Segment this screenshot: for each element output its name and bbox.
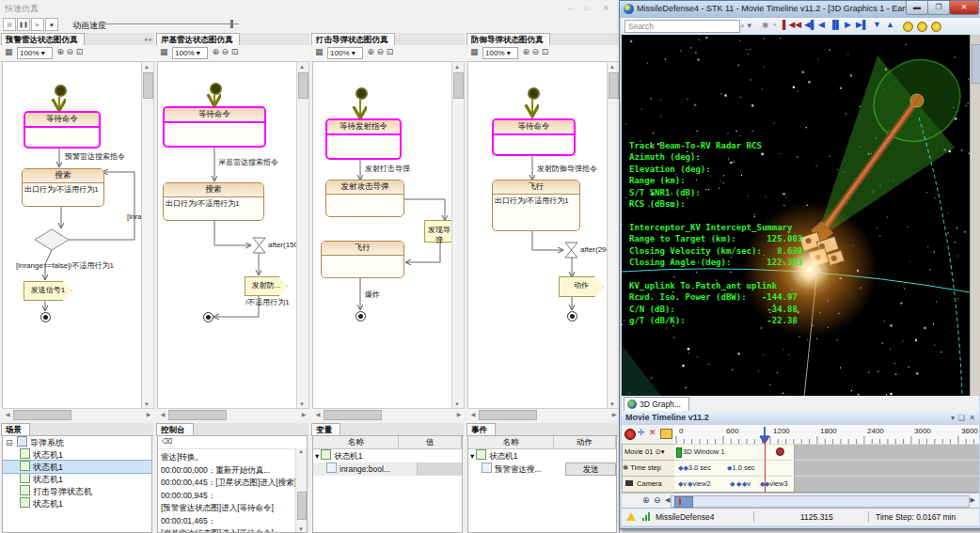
- play-forward-button[interactable]: ▶: [845, 20, 851, 29]
- tab-variables[interactable]: 变量: [311, 423, 340, 436]
- speed-slider-thumb[interactable]: [230, 20, 233, 28]
- timeline-ruler[interactable]: 060012001800240030003600: [674, 425, 979, 445]
- scene-root[interactable]: ⊟ 导弹系统: [3, 436, 151, 448]
- tab-early-warning-radar[interactable]: 预警雷达状态图仿真: [1, 33, 85, 46]
- grid-icon[interactable]: ▦: [160, 47, 168, 56]
- scene-item[interactable]: 状态机1: [3, 461, 151, 473]
- scene-item[interactable]: 打击导弹状态机: [3, 485, 151, 497]
- vertical-scrollbar[interactable]: ▲▼: [141, 61, 154, 410]
- timeline-pin-icon[interactable]: ❏: [958, 414, 965, 422]
- track-marker[interactable]: ◆: [730, 479, 735, 488]
- send-signal-shape[interactable]: 发射防...: [245, 276, 288, 296]
- zoom-out-icon[interactable]: ⊖: [222, 47, 229, 56]
- state-wait-command[interactable]: 等待命令: [492, 118, 576, 156]
- send-event-button[interactable]: 发送: [565, 462, 616, 476]
- timeline-dropdown-icon[interactable]: ▾: [951, 414, 955, 422]
- pause-button[interactable]: ▐▌: [830, 20, 842, 29]
- folder-icon[interactable]: [660, 429, 672, 439]
- scene-item[interactable]: 状态机1: [3, 448, 151, 461]
- resume-button[interactable]: ▶: [31, 18, 44, 31]
- camera-track[interactable]: ◆v◆view2◆◆◆v◆◆view3: [674, 476, 979, 493]
- state-search[interactable]: 搜索 出口行为/不适用行为1: [22, 168, 104, 207]
- zoom-in-icon[interactable]: ⊕: [368, 47, 375, 56]
- scroll-left-arrow[interactable]: ◀: [665, 496, 670, 504]
- maximize-button[interactable]: □: [579, 3, 594, 14]
- send-signal-shape[interactable]: 动作: [559, 276, 604, 297]
- zoom-in-icon[interactable]: ⊕: [213, 47, 220, 56]
- variables-root-row[interactable]: ▾ 状态机1: [313, 449, 462, 462]
- record-button[interactable]: ▦: [3, 18, 16, 31]
- state-flight[interactable]: 飞行 出口行为/不适用行为1: [492, 180, 580, 231]
- time-cursor-line[interactable]: [765, 438, 766, 493]
- timeline-zoom-in-icon[interactable]: ⊕: [642, 495, 650, 505]
- horizontal-scrollbar[interactable]: ◀▶: [467, 408, 620, 420]
- play-backward-button[interactable]: ◀: [818, 20, 825, 29]
- fit-icon[interactable]: ⊡: [231, 47, 239, 56]
- scene-item[interactable]: 状态机1: [3, 473, 151, 485]
- movie-track-label[interactable]: Movie 01 ⊙▾: [622, 444, 676, 461]
- statechart-canvas-4[interactable]: 等待命令 发射防御导弹指令 飞行 出口行为/不适用行为1 after(2900m…: [467, 61, 609, 410]
- state-launch-attack-missile[interactable]: 发射攻击导弹: [325, 180, 404, 217]
- scroll-right-arrow[interactable]: ▶: [971, 496, 975, 504]
- track-marker[interactable]: ◆v: [678, 479, 687, 488]
- stk-close-button[interactable]: ✕: [949, 1, 979, 15]
- gear-icon[interactable]: ✱: [762, 21, 769, 30]
- timeline-zoom-out-icon[interactable]: ⊖: [654, 495, 661, 505]
- console-scrollbar[interactable]: ▲ ▼: [295, 448, 307, 532]
- track-marker[interactable]: ◆◆3.0 sec: [678, 463, 711, 472]
- step-forward-button[interactable]: ▶▌: [856, 20, 868, 29]
- stop-button[interactable]: ■: [45, 18, 58, 31]
- vertical-scrollbar[interactable]: ▲▼: [296, 61, 309, 410]
- clip-end-marker[interactable]: [776, 447, 784, 456]
- zoom-combo[interactable]: 100% ▾: [327, 47, 363, 59]
- timeline-close-icon[interactable]: ✕: [969, 414, 975, 422]
- camera-track-label[interactable]: Camera: [622, 476, 676, 493]
- stk-maximize-button[interactable]: ❐: [927, 1, 950, 15]
- horizontal-scrollbar[interactable]: ◀▶: [312, 408, 465, 420]
- statechart-canvas-3[interactable]: 等待发射指令 发射打击导弹 发射攻击导弹 发现导弹 飞行 爆炸: [312, 61, 453, 410]
- vertical-scrollbar[interactable]: ▲▼: [451, 61, 465, 410]
- time-options-icon-2[interactable]: [931, 22, 941, 32]
- delete-track-icon[interactable]: ✕: [649, 428, 656, 437]
- state-search[interactable]: 搜索 出口行为/不适用行为1: [163, 182, 264, 221]
- zoom-combo[interactable]: 100% ▾: [17, 47, 53, 59]
- fit-icon[interactable]: ⊡: [387, 47, 394, 56]
- tab-scene[interactable]: 场景: [1, 423, 30, 436]
- track-marker[interactable]: ◆: [736, 479, 741, 488]
- 3d-view-scrollbar[interactable]: [970, 35, 980, 396]
- state-wait-command[interactable]: 等待命令: [163, 106, 266, 148]
- rewind-to-start-button[interactable]: ▌◀◀: [782, 20, 801, 29]
- stk-minimize-button[interactable]: ▬: [906, 1, 928, 15]
- clip-start-marker[interactable]: [676, 447, 682, 458]
- variable-row[interactable]: inrange:bool...: [313, 462, 462, 476]
- events-root-row[interactable]: ▾ 状态机1: [468, 449, 616, 462]
- movie-track[interactable]: 3D Window 1: [674, 444, 979, 461]
- increase-step-button[interactable]: ▲: [886, 20, 894, 29]
- grid-icon[interactable]: ▦: [470, 47, 479, 56]
- tab-strike-missile[interactable]: 打击导弹状态图仿真: [311, 33, 395, 46]
- grid-icon[interactable]: ▦: [315, 47, 324, 56]
- grid-icon[interactable]: ▦: [5, 47, 13, 56]
- tab-console[interactable]: 控制台: [156, 423, 194, 436]
- zoom-combo[interactable]: 100% ▾: [482, 47, 518, 59]
- timeline-scrollbar[interactable]: [671, 495, 970, 508]
- fit-icon[interactable]: ⊡: [76, 47, 84, 56]
- step-back-button[interactable]: ◀▌: [804, 20, 816, 29]
- time-options-icon-1[interactable]: [917, 22, 927, 32]
- realtime-clock-icon[interactable]: [903, 22, 913, 32]
- timeline-scrollbar-thumb[interactable]: [674, 496, 693, 508]
- 3d-graphics-view[interactable]: Track Beam-To-RV Radar RCS Azimuth (deg)…: [622, 35, 970, 396]
- search-icon[interactable]: ⌕ ▾: [740, 21, 751, 31]
- tab-shore-radar[interactable]: 岸基雷达状态图仿真: [156, 33, 240, 46]
- zoom-in-icon[interactable]: ⊕: [57, 47, 65, 56]
- timestep-track-label[interactable]: ✱ Time step: [622, 460, 676, 477]
- vertical-scrollbar[interactable]: ▲▼: [607, 61, 620, 410]
- zoom-in-icon[interactable]: ⊕: [523, 47, 530, 56]
- tab-defense-missile[interactable]: 防御导弹状态图仿真: [466, 33, 550, 46]
- track-marker[interactable]: ◆v: [742, 479, 751, 488]
- speed-slider[interactable]: [98, 24, 239, 24]
- tab-3d-graphics[interactable]: 3D Graph...: [624, 397, 689, 411]
- tab-events[interactable]: 事件: [466, 423, 496, 436]
- pause-button[interactable]: ❚❚: [17, 18, 30, 31]
- track-marker[interactable]: ◆view2: [688, 479, 711, 488]
